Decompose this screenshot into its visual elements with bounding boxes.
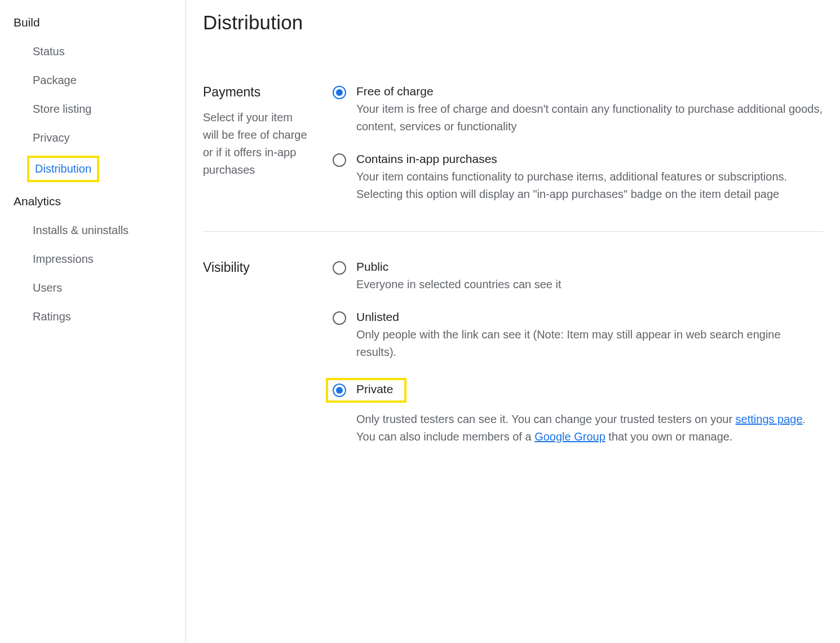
sidebar-item-status[interactable]: Status [14,37,185,66]
section-payments-desc: Select if your item will be free of char… [203,109,310,179]
option-unlisted-content: Unlisted Only people with the link can s… [356,310,823,361]
section-visibility-options: Public Everyone in selected countries ca… [333,260,823,446]
option-private-label: Private [356,382,393,396]
section-payments: Payments Select if your item will be fre… [203,85,823,231]
option-inapp: Contains in-app purchases Your item cont… [333,152,823,203]
option-unlisted-desc: Only people with the link can see it (No… [356,326,823,361]
sidebar-item-installs[interactable]: Installs & uninstalls [14,216,185,245]
option-private-desc-text3: You can also include members of a [356,430,534,443]
option-public-content: Public Everyone in selected countries ca… [356,260,823,293]
sidebar-heading-analytics: Analytics [14,190,185,213]
option-private-highlight: Private [326,378,406,403]
option-private: Private Only trusted testers can see it.… [333,378,823,446]
page-title: Distribution [203,11,823,34]
section-payments-title: Payments [203,85,310,100]
option-private-content: Only trusted testers can see it. You can… [333,408,806,446]
section-payments-left: Payments Select if your item will be fre… [203,85,310,203]
option-public-label: Public [356,260,823,274]
option-inapp-content: Contains in-app purchases Your item cont… [356,152,823,203]
sidebar-item-package[interactable]: Package [14,66,185,95]
option-private-desc: Only trusted testers can see it. You can… [356,411,806,446]
option-public: Public Everyone in selected countries ca… [333,260,823,293]
section-payments-options: Free of charge Your item is free of char… [333,85,823,203]
sidebar: Build Status Package Store listing Priva… [0,0,186,643]
option-unlisted: Unlisted Only people with the link can s… [333,310,823,361]
sidebar-item-distribution[interactable]: Distribution [27,156,99,182]
sidebar-item-impressions[interactable]: Impressions [14,245,185,274]
link-google-group[interactable]: Google Group [534,430,605,443]
option-free-desc: Your item is free of charge and doesn't … [356,100,823,135]
sidebar-item-privacy[interactable]: Privacy [14,124,185,152]
option-private-desc-text4: that you own or manage. [605,430,733,443]
option-private-desc-text1: Only trusted testers can see it. You can… [356,413,736,425]
radio-public[interactable] [333,261,346,275]
option-free-content: Free of charge Your item is free of char… [356,85,823,135]
sidebar-item-users[interactable]: Users [14,274,185,302]
radio-private[interactable] [333,384,346,397]
option-free: Free of charge Your item is free of char… [333,85,823,135]
link-settings-page[interactable]: settings page [736,413,803,425]
main-content: Distribution Payments Select if your ite… [186,0,840,643]
sidebar-heading-build: Build [14,11,185,34]
section-visibility-left: Visibility [203,260,310,446]
option-free-label: Free of charge [356,85,823,98]
option-public-desc: Everyone in selected countries can see i… [356,276,823,293]
radio-unlisted[interactable] [333,311,346,325]
option-unlisted-label: Unlisted [356,310,823,324]
option-private-desc-text2: . [803,413,806,425]
section-visibility-title: Visibility [203,260,310,275]
radio-inapp[interactable] [333,153,346,167]
option-inapp-desc: Your item contains functionality to purc… [356,168,823,203]
option-inapp-label: Contains in-app purchases [356,152,823,166]
radio-free[interactable] [333,86,346,99]
section-visibility: Visibility Public Everyone in selected c… [203,231,823,474]
sidebar-item-store-listing[interactable]: Store listing [14,95,185,124]
sidebar-item-ratings[interactable]: Ratings [14,302,185,331]
